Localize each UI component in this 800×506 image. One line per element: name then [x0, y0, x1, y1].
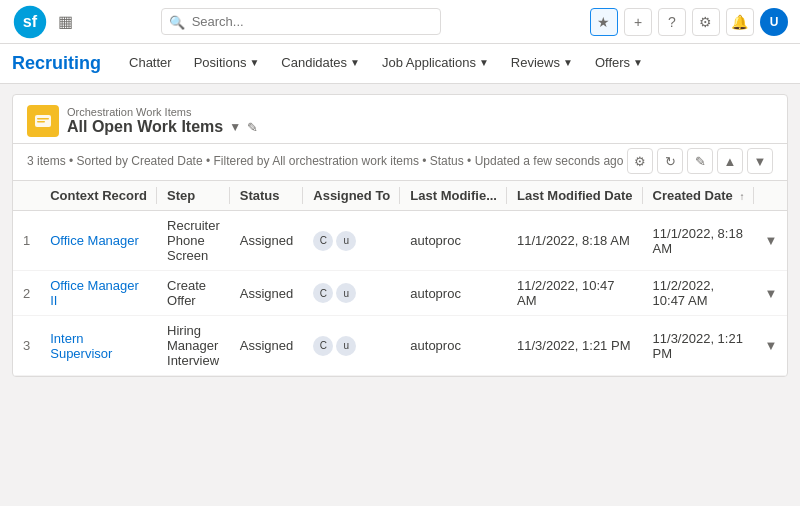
assigned-to-cell: C u: [303, 271, 400, 316]
col-context-record[interactable]: Context Record: [40, 181, 157, 211]
nav-item-reviews[interactable]: Reviews ▼: [501, 44, 583, 84]
edit-button[interactable]: ✎: [687, 148, 713, 174]
last-modified-date-cell: 11/2/2022, 10:47 AM: [507, 271, 643, 316]
panel-header: Orchestration Work Items All Open Work I…: [13, 95, 787, 144]
row-action-cell: ▼: [754, 211, 787, 271]
favorites-button[interactable]: ★: [590, 8, 618, 36]
search-icon: 🔍: [169, 14, 185, 29]
top-bar: sf ▦ 🔍 ★ + ? ⚙ 🔔 U: [0, 0, 800, 44]
user-avatar[interactable]: U: [760, 8, 788, 36]
filter-bar: 3 items • Sorted by Created Date • Filte…: [13, 144, 787, 181]
row-number: 3: [13, 316, 40, 376]
chevron-down-icon: ▼: [633, 57, 643, 68]
row-dropdown-icon[interactable]: ▼: [764, 233, 777, 248]
context-record-link[interactable]: Office Manager: [50, 233, 139, 248]
chevron-down-icon: ▼: [563, 57, 573, 68]
sort-icon: ↑: [739, 191, 744, 202]
col-last-modified-date[interactable]: Last Modified Date: [507, 181, 643, 211]
data-table: Context Record Step Status Assigned To: [13, 181, 787, 376]
nav-item-candidates[interactable]: Candidates ▼: [271, 44, 370, 84]
table-row: 1 Office Manager Recruiter Phone Screen …: [13, 211, 787, 271]
help-button[interactable]: ?: [658, 8, 686, 36]
toolbar-actions: ⚙ ↻ ✎ ▲ ▼: [627, 148, 773, 174]
table-row: 2 Office Manager II Create Offer Assigne…: [13, 271, 787, 316]
main-content: Orchestration Work Items All Open Work I…: [0, 84, 800, 504]
assigned-u-icon[interactable]: u: [336, 336, 356, 356]
assigned-u-icon[interactable]: u: [336, 231, 356, 251]
row-action-cell: ▼: [754, 271, 787, 316]
chevron-down-icon: ▼: [249, 57, 259, 68]
search-input[interactable]: [161, 8, 441, 35]
panel-subtitle: Orchestration Work Items: [67, 106, 258, 118]
add-button[interactable]: +: [624, 8, 652, 36]
context-record-link[interactable]: Office Manager II: [50, 278, 139, 308]
svg-text:sf: sf: [23, 12, 38, 30]
refresh-button[interactable]: ↻: [657, 148, 683, 174]
context-record-cell: Office Manager: [40, 211, 157, 271]
filter-text: 3 items • Sorted by Created Date • Filte…: [27, 154, 627, 168]
table-body: 1 Office Manager Recruiter Phone Screen …: [13, 211, 787, 376]
last-modified-by-cell: autoproc: [400, 316, 507, 376]
top-actions: ★ + ? ⚙ 🔔 U: [590, 8, 788, 36]
setup-button[interactable]: ⚙: [692, 8, 720, 36]
panel-title: All Open Work Items: [67, 118, 223, 136]
step-cell: Recruiter Phone Screen: [157, 211, 230, 271]
table-row: 3 Intern Supervisor Hiring Manager Inter…: [13, 316, 787, 376]
last-modified-by-cell: autoproc: [400, 211, 507, 271]
assigned-c-icon[interactable]: C: [313, 336, 333, 356]
nav-item-job-applications[interactable]: Job Applications ▼: [372, 44, 499, 84]
assigned-to-cell: C u: [303, 211, 400, 271]
created-date-cell: 11/2/2022, 10:47 AM: [643, 271, 755, 316]
col-row-action: [754, 181, 787, 211]
panel-icon: [27, 105, 59, 137]
waffle-icon[interactable]: ▦: [58, 12, 73, 31]
title-dropdown-icon[interactable]: ▼: [229, 120, 241, 134]
app-logo: sf: [12, 4, 48, 40]
chevron-down-icon: ▼: [479, 57, 489, 68]
assigned-c-icon[interactable]: C: [313, 231, 333, 251]
last-modified-by-cell: autoproc: [400, 271, 507, 316]
status-cell: Assigned: [230, 271, 303, 316]
chart-button[interactable]: ▲: [717, 148, 743, 174]
row-dropdown-icon[interactable]: ▼: [764, 286, 777, 301]
assigned-u-icon[interactable]: u: [336, 283, 356, 303]
col-last-modified-by[interactable]: Last Modifie...: [400, 181, 507, 211]
created-date-cell: 11/1/2022, 8:18 AM: [643, 211, 755, 271]
col-step[interactable]: Step: [157, 181, 230, 211]
settings-button[interactable]: ⚙: [627, 148, 653, 174]
col-status[interactable]: Status: [230, 181, 303, 211]
col-created-date[interactable]: Created Date ↑: [643, 181, 755, 211]
panel-title-group: Orchestration Work Items All Open Work I…: [67, 106, 258, 136]
svg-rect-4: [37, 121, 45, 123]
notifications-button[interactable]: 🔔: [726, 8, 754, 36]
nav-item-chatter[interactable]: Chatter: [119, 44, 182, 84]
search-bar: 🔍: [161, 8, 441, 35]
context-record-cell: Intern Supervisor: [40, 316, 157, 376]
panel-title-row: All Open Work Items ▼ ✎: [67, 118, 258, 136]
last-modified-date-cell: 11/3/2022, 1:21 PM: [507, 316, 643, 376]
row-number: 2: [13, 271, 40, 316]
nav-item-offers[interactable]: Offers ▼: [585, 44, 653, 84]
row-action-cell: ▼: [754, 316, 787, 376]
nav-bar: Recruiting Chatter Positions ▼ Candidate…: [0, 44, 800, 84]
title-edit-icon[interactable]: ✎: [247, 120, 258, 135]
assigned-to-cell: C u: [303, 316, 400, 376]
assigned-c-icon[interactable]: C: [313, 283, 333, 303]
status-cell: Assigned: [230, 211, 303, 271]
context-record-link[interactable]: Intern Supervisor: [50, 331, 112, 361]
step-cell: Create Offer: [157, 271, 230, 316]
filter-button[interactable]: ▼: [747, 148, 773, 174]
col-assigned-to[interactable]: Assigned To: [303, 181, 400, 211]
row-dropdown-icon[interactable]: ▼: [764, 338, 777, 353]
nav-item-positions[interactable]: Positions ▼: [184, 44, 270, 84]
app-name[interactable]: Recruiting: [12, 53, 101, 74]
list-panel: Orchestration Work Items All Open Work I…: [12, 94, 788, 377]
context-record-cell: Office Manager II: [40, 271, 157, 316]
created-date-cell: 11/3/2022, 1:21 PM: [643, 316, 755, 376]
last-modified-date-cell: 11/1/2022, 8:18 AM: [507, 211, 643, 271]
table-header-row: Context Record Step Status Assigned To: [13, 181, 787, 211]
status-cell: Assigned: [230, 316, 303, 376]
row-number: 1: [13, 211, 40, 271]
col-num: [13, 181, 40, 211]
svg-rect-3: [37, 118, 49, 120]
